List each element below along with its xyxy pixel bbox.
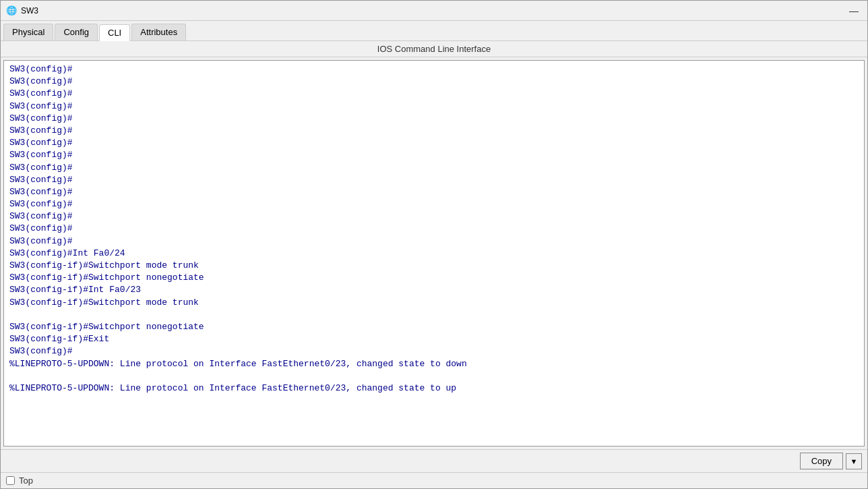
terminal-line (9, 370, 859, 382)
terminal-line: SW3(config)# (9, 125, 859, 137)
terminal-line: SW3(config)# (9, 174, 859, 186)
terminal-line: %LINEPROTO-5-UPDOWN: Line protocol on In… (9, 358, 859, 370)
tab-config[interactable]: Config (55, 24, 98, 40)
title-bar-left: 🌐 SW3 (6, 5, 38, 16)
tab-bar: Physical Config CLI Attributes (1, 21, 867, 41)
terminal-line: SW3(config)# (9, 223, 859, 235)
terminal-line: SW3(config)# (9, 100, 859, 113)
terminal-line: %LINEPROTO-5-UPDOWN: Line protocol on In… (9, 382, 859, 395)
terminal-line: SW3(config-if)#Switchport nonegotiate (9, 321, 859, 333)
tab-cli[interactable]: CLI (99, 24, 130, 41)
paste-button[interactable]: ▼ (846, 453, 862, 469)
title-bar: 🌐 SW3 — (1, 1, 867, 21)
terminal-line: SW3(config)# (9, 186, 859, 198)
terminal-line: SW3(config-if)#Int Fa0/23 (9, 284, 859, 296)
terminal-line: SW3(config)# (9, 88, 859, 100)
terminal-line: SW3(config)# (9, 235, 859, 248)
terminal-line: SW3(config-if)#Switchport mode trunk (9, 297, 859, 309)
terminal-line: SW3(config)# (9, 76, 859, 88)
terminal-line: SW3(config)# (9, 198, 859, 210)
terminal-line: SW3(config)# (9, 137, 859, 149)
window-title: SW3 (21, 6, 38, 16)
terminal-line: SW3(config)# (9, 345, 859, 357)
copy-button[interactable]: Copy (800, 453, 843, 469)
minimize-button[interactable]: — (846, 4, 862, 18)
bottom-bar: Copy ▼ (1, 449, 867, 472)
tab-attributes[interactable]: Attributes (131, 24, 186, 40)
terminal-output[interactable]: SW3(config)#SW3(config)#SW3(config)#SW3(… (3, 60, 865, 447)
window-icon: 🌐 (6, 5, 17, 16)
terminal-line: SW3(config-if)#Switchport nonegotiate (9, 272, 859, 284)
footer-bar: Top (1, 472, 867, 488)
top-checkbox[interactable] (6, 476, 15, 485)
terminal-line: SW3(config-if)#Exit (9, 333, 859, 345)
terminal-line: SW3(config)# (9, 113, 859, 125)
terminal-line: SW3(config)#Int Fa0/24 (9, 248, 859, 260)
terminal-line (9, 309, 859, 321)
tab-physical[interactable]: Physical (3, 24, 53, 40)
terminal-line: SW3(config)# (9, 162, 859, 174)
terminal-line: SW3(config)# (9, 210, 859, 223)
terminal-line: SW3(config)# (9, 63, 859, 76)
top-label: Top (19, 476, 33, 486)
terminal-line: SW3(config-if)#Switchport mode trunk (9, 260, 859, 272)
cli-title: IOS Command Line Interface (1, 41, 867, 57)
title-bar-controls: — (846, 4, 862, 18)
main-window: 🌐 SW3 — Physical Config CLI Attributes I… (0, 0, 868, 489)
terminal-line: SW3(config)# (9, 149, 859, 161)
